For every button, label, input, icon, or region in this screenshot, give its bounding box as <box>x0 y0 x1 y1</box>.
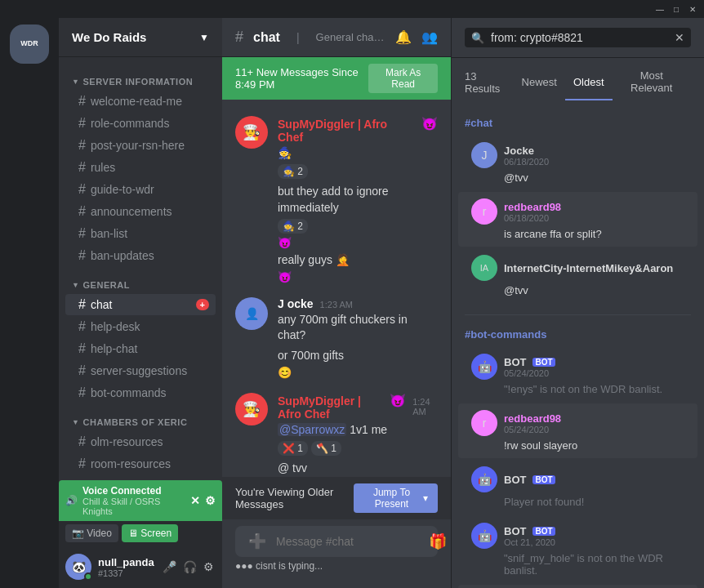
message-text: 😈 <box>278 235 438 251</box>
settings-icon[interactable]: ⚙ <box>205 494 216 507</box>
message-author: SupMyDiggler | Afro Chef <box>278 118 415 144</box>
avatar: J <box>471 142 497 168</box>
message-input[interactable] <box>276 527 419 556</box>
search-result-time: 05/24/2020 <box>504 368 555 378</box>
chevron-icon: ▼ <box>72 418 79 426</box>
divider: | <box>296 31 300 44</box>
titlebar: — □ ✕ <box>0 0 704 18</box>
search-result-item[interactable]: 🤖 BOT BOT Player not found! <box>458 460 697 514</box>
channel-post-your-rsn[interactable]: #post-your-rsn-here <box>65 135 216 156</box>
reaction[interactable]: 🧙 2 <box>278 219 308 234</box>
search-result-text: "snif_my_hole" is not on the WDR banlist… <box>471 552 684 577</box>
notification-bell-icon[interactable]: 🔔 <box>395 29 412 45</box>
tab-oldest[interactable]: Oldest <box>565 65 613 100</box>
gift-button[interactable]: 🎁 <box>426 526 450 557</box>
message-author: J ocke <box>278 297 314 310</box>
search-result-item[interactable]: r redbeard98 06/18/2020 is arcane ffa or… <box>458 192 697 247</box>
channel-hash-icon: # <box>235 29 243 46</box>
server-icon-wdr[interactable]: WDR <box>10 24 49 64</box>
channel-bot-commands[interactable]: #bot-commands <box>65 382 216 403</box>
bot-badge: BOT <box>532 358 555 367</box>
channel-ban-list[interactable]: #ban-list <box>65 223 216 244</box>
search-input[interactable] <box>491 31 668 44</box>
channel-ban-updates[interactable]: #ban-updates <box>65 245 216 266</box>
message-continuation: or 700m gifts <box>235 348 438 363</box>
message-header: J ocke 1:23 AM <box>278 297 438 310</box>
search-result-text: "!enys" is not on the WDR banlist. <box>471 383 684 395</box>
channel-chat[interactable]: #chat+ <box>65 294 216 315</box>
chevron-icon: ▼ <box>72 78 79 86</box>
search-result-item[interactable]: IA InternetCity-InternetMikey&Aaron @tvv <box>458 248 697 303</box>
screen-button[interactable]: 🖥 Screen <box>122 524 178 542</box>
avatar: r <box>471 410 497 436</box>
channel-help-desk[interactable]: #help-desk <box>65 316 216 337</box>
message-continuation: 😈 <box>235 235 438 251</box>
hash-icon: # <box>78 385 86 400</box>
search-header: 🔍 ✕ <box>452 18 704 58</box>
results-count: 13 Results <box>465 70 514 95</box>
tab-most-relevant[interactable]: Most Relevant <box>613 65 691 100</box>
category-server-info[interactable]: ▼ SERVER INFORMATION <box>59 64 222 90</box>
hash-icon: # <box>78 226 86 241</box>
hash-icon: # <box>78 160 86 175</box>
channel-server-suggestions[interactable]: #server-suggestions <box>65 360 216 381</box>
search-result-time: 06/18/2020 <box>504 157 549 167</box>
server-header[interactable]: We Do Raids ▼ <box>59 18 222 57</box>
message-text: @ tvv <box>278 461 438 476</box>
search-result-meta: BOT BOT Oct 21, 2020 <box>504 525 555 547</box>
search-icon: 🔍 <box>471 32 484 44</box>
channel-announcements[interactable]: #announcements <box>65 201 216 222</box>
channel-olm-resources[interactable]: #olm-resources <box>65 431 216 452</box>
category-cox[interactable]: ▼ CHAMBERS OF XERIC <box>59 404 222 430</box>
search-result-time: 06/18/2020 <box>504 213 561 223</box>
mark-as-read-button[interactable]: Mark As Read <box>368 64 438 93</box>
maximize-button[interactable]: □ <box>671 4 681 14</box>
search-result-item[interactable]: 🤖 BOT BOT 05/24/2020 "!enys" is not on t… <box>458 347 697 402</box>
tab-newest[interactable]: Newest <box>514 65 565 100</box>
user-settings-button[interactable]: ⚙ <box>202 559 216 575</box>
close-button[interactable]: ✕ <box>688 4 697 14</box>
search-result-meta: BOT BOT 05/24/2020 <box>504 356 555 378</box>
search-clear-button[interactable]: ✕ <box>675 31 684 44</box>
message-header: SupMyDiggler | Afro Chef 😈 <box>278 116 438 144</box>
search-result-meta: redbeard98 05/24/2020 <box>504 412 561 434</box>
hash-icon: # <box>78 341 86 356</box>
search-result-item[interactable]: 🤖 BOT BOT Oct 21, 2020 "snif_my_hole" is… <box>458 516 697 583</box>
channel-role-commands[interactable]: #role-commands <box>65 113 216 134</box>
reaction[interactable]: 🧙 2 <box>278 164 308 179</box>
search-result-meta: redbeard98 06/18/2020 <box>504 201 561 223</box>
members-icon[interactable]: 👥 <box>421 29 438 45</box>
channel-list: ▼ SERVER INFORMATION #welcome-read-me #r… <box>59 57 222 480</box>
search-result-item[interactable]: J Jocke 06/18/2020 @tvv <box>458 136 697 190</box>
disconnect-icon[interactable]: ✕ <box>190 494 200 507</box>
search-result-header: IA InternetCity-InternetMikey&Aaron <box>471 255 684 281</box>
message-header: SupMyDiggler | Afro Chef 😈 1:24 AM <box>278 393 438 421</box>
message-author: SupMyDiggler | Afro Chef <box>278 394 383 421</box>
search-result-item[interactable]: r redbeard98 05/21/2020 !cox-gear 400m <box>458 585 697 588</box>
channel-welcome-read-me[interactable]: #welcome-read-me <box>65 91 216 112</box>
search-result-item[interactable]: r redbeard98 05/24/2020 !rw soul slayero <box>458 403 697 458</box>
reaction[interactable]: 🪓 1 <box>311 441 341 456</box>
search-result-author: Jocke <box>504 145 549 157</box>
minimize-button[interactable]: — <box>655 4 665 14</box>
search-result-author: BOT <box>504 474 526 486</box>
message-group: 👨‍🍳 SupMyDiggler | Afro Chef 😈 🧙 🧙 2 <box>235 113 438 182</box>
video-button[interactable]: 📷 Video <box>65 524 118 542</box>
channel-room-resources[interactable]: #room-resources <box>65 453 216 474</box>
hash-icon: # <box>78 248 86 263</box>
new-messages-bar: 11+ New Messages Since 8:49 PM Mark As R… <box>222 57 451 100</box>
channel-rules[interactable]: #rules <box>65 157 216 178</box>
unread-badge: + <box>196 299 209 310</box>
channel-help-chat[interactable]: #help-chat <box>65 338 216 359</box>
mute-button[interactable]: 🎤 <box>161 559 178 575</box>
search-channel-group-bot-commands: #bot-commands 🤖 BOT BOT 05/24/2020 "!eny… <box>452 318 704 588</box>
channel-guide-to-wdr[interactable]: #guide-to-wdr <box>65 179 216 200</box>
message-timestamp: 1:23 AM <box>320 300 353 310</box>
message-content: SupMyDiggler | Afro Chef 😈 🧙 🧙 2 <box>278 116 438 179</box>
jump-to-present-button[interactable]: Jump To Present ▾ <box>354 483 438 513</box>
add-attachment-button[interactable]: ➕ <box>245 526 270 557</box>
reaction[interactable]: ❌ 1 <box>278 441 308 456</box>
message-continuation: @ tvv <box>235 461 438 476</box>
deafen-button[interactable]: 🎧 <box>181 559 198 575</box>
category-general[interactable]: ▼ GENERAL <box>59 267 222 293</box>
